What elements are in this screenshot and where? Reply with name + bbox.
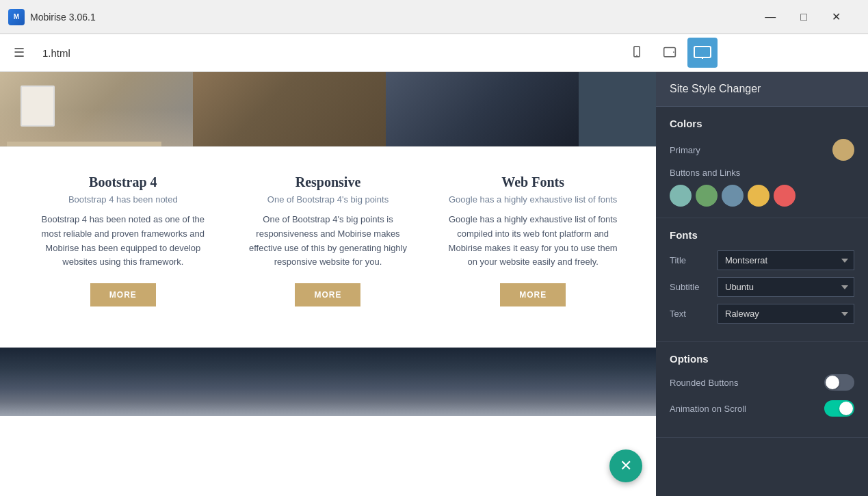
animation-scroll-toggle[interactable] <box>824 400 854 417</box>
card-2: Responsive One of Bootstrap 4's big poin… <box>226 161 431 320</box>
subtitle-font-label: Subtitle <box>670 282 718 292</box>
fab-icon: ✕ <box>620 457 632 475</box>
swatch-red[interactable] <box>774 185 795 207</box>
options-section: Options Rounded Buttons Animation on Scr… <box>656 342 868 438</box>
hamburger-icon[interactable]: ☰ <box>14 45 25 60</box>
landscape-strip <box>0 348 656 416</box>
text-font-label: Text <box>670 309 718 319</box>
close-button[interactable]: ✕ <box>826 9 846 25</box>
subtitle-font-row: Subtitle Montserrat Ubuntu Raleway Open … <box>670 277 854 297</box>
canvas-container: Bootstrap 4 Bootstrap 4 has been noted B… <box>0 72 656 496</box>
maximize-button[interactable]: □ <box>795 9 813 25</box>
card-3-more-button[interactable]: MORE <box>500 283 566 306</box>
swatch-teal[interactable] <box>670 185 692 207</box>
primary-color-row: Primary <box>670 139 854 161</box>
cards-grid: Bootstrap 4 Bootstrap 4 has been noted B… <box>21 161 635 320</box>
swatch-gold[interactable] <box>748 185 770 207</box>
title-font-select[interactable]: Montserrat Ubuntu Raleway Open Sans Robo… <box>718 250 854 270</box>
text-font-select[interactable]: Montserrat Ubuntu Raleway Open Sans Robo… <box>718 304 854 324</box>
view-switcher <box>622 38 718 68</box>
rounded-buttons-label: Rounded Buttons <box>670 378 824 388</box>
fonts-section-title: Fonts <box>670 229 854 241</box>
window-controls: — □ ✕ <box>759 9 846 25</box>
buttons-links-row: Buttons and Links <box>670 168 854 178</box>
color-swatches <box>670 185 854 207</box>
card-3-text: Google has a highly exhaustive list of f… <box>444 213 622 270</box>
svg-point-3 <box>673 51 674 53</box>
style-changer-panel: Site Style Changer Colors Primary Button… <box>656 72 868 496</box>
subtitle-font-select[interactable]: Montserrat Ubuntu Raleway Open Sans Robo… <box>718 277 854 297</box>
photo-4 <box>579 72 656 147</box>
swatch-slate-blue[interactable] <box>722 185 744 207</box>
buttons-links-label: Buttons and Links <box>670 168 854 178</box>
card-2-subtitle: One of Bootstrap 4's big points <box>239 194 417 205</box>
fab-button[interactable]: ✕ <box>609 449 642 482</box>
primary-label: Primary <box>670 145 832 155</box>
card-1-more-button[interactable]: MORE <box>90 283 156 306</box>
svg-rect-4 <box>694 47 711 57</box>
cards-section: Bootstrap 4 Bootstrap 4 has been noted B… <box>0 147 656 348</box>
file-name: 1.html <box>42 47 611 59</box>
animation-label: Animation on Scroll <box>670 404 824 414</box>
desktop-view-button[interactable] <box>687 38 718 68</box>
panel-title: Site Style Changer <box>670 83 761 94</box>
photo-3 <box>386 72 579 147</box>
minimize-button[interactable]: — <box>759 9 781 25</box>
tablet-view-button[interactable] <box>655 38 685 68</box>
card-1: Bootstrap 4 Bootstrap 4 has been noted B… <box>21 161 226 320</box>
photo-2 <box>193 72 386 147</box>
animation-scroll-row: Animation on Scroll <box>670 400 854 417</box>
rounded-buttons-knob <box>826 376 839 389</box>
mobile-view-button[interactable] <box>622 38 652 68</box>
toolbar: ☰ 1.html <box>0 34 868 72</box>
card-1-title: Bootstrap 4 <box>34 174 212 190</box>
swatch-green[interactable] <box>696 185 718 207</box>
svg-point-1 <box>636 55 637 56</box>
app-logo: M <box>8 9 25 25</box>
colors-section: Colors Primary Buttons and Links <box>656 107 868 218</box>
title-font-label: Title <box>670 255 718 265</box>
card-3-title: Web Fonts <box>444 174 622 190</box>
rounded-buttons-row: Rounded Buttons <box>670 374 854 391</box>
canvas: Bootstrap 4 Bootstrap 4 has been noted B… <box>0 72 656 416</box>
text-font-row: Text Montserrat Ubuntu Raleway Open Sans… <box>670 304 854 324</box>
titlebar: M Mobirise 3.06.1 — □ ✕ <box>0 0 868 34</box>
card-2-more-button[interactable]: MORE <box>295 283 360 306</box>
card-2-title: Responsive <box>239 174 417 190</box>
rounded-buttons-toggle[interactable] <box>824 374 854 391</box>
animation-scroll-knob <box>839 402 853 415</box>
primary-color-swatch[interactable] <box>832 139 854 161</box>
fonts-section: Fonts Title Montserrat Ubuntu Raleway Op… <box>656 218 868 342</box>
colors-section-title: Colors <box>670 118 854 129</box>
options-section-title: Options <box>670 353 854 365</box>
app-title: Mobirise 3.06.1 <box>30 12 759 23</box>
card-3: Web Fonts Google has a highly exhaustive… <box>430 161 635 320</box>
panel-header: Site Style Changer <box>656 72 868 107</box>
photo-strip <box>0 72 656 147</box>
card-1-text: Bootstrap 4 has been noted as one of the… <box>34 213 212 270</box>
photo-1 <box>0 72 193 147</box>
card-1-subtitle: Bootstrap 4 has been noted <box>34 194 212 205</box>
card-2-text: One of Bootstrap 4's big points is respo… <box>239 213 417 270</box>
title-font-row: Title Montserrat Ubuntu Raleway Open San… <box>670 250 854 270</box>
main-area: Bootstrap 4 Bootstrap 4 has been noted B… <box>0 72 868 496</box>
card-3-subtitle: Google has a highly exhaustive list of f… <box>444 194 622 205</box>
